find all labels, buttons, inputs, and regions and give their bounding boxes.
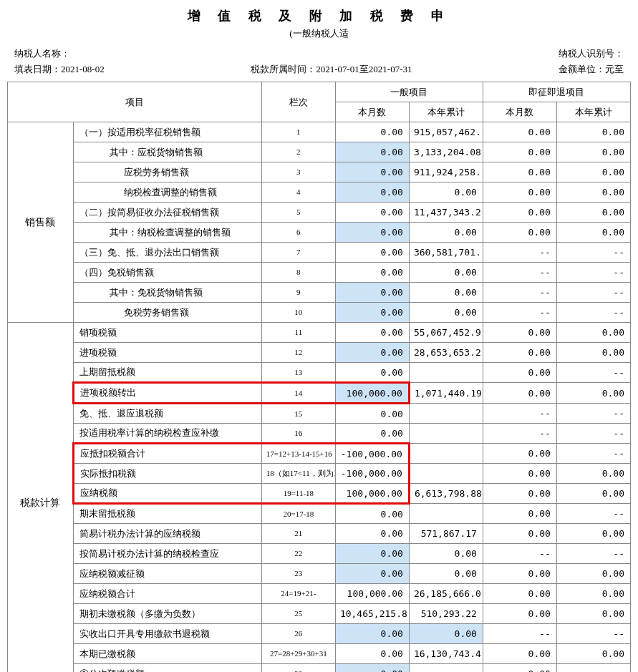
row-item-label: 按适用税率计算的纳税检查应补缴 <box>73 424 261 444</box>
refund-year-value: -- <box>556 363 630 383</box>
row-item-label: 免、抵、退应退税额 <box>73 404 261 424</box>
general-year-value: 510,293.22 <box>409 604 483 624</box>
general-year-value: 11,437,343.2 <box>409 203 483 223</box>
row-item-label: 应纳税额合计 <box>73 584 261 604</box>
row-index: 24=19+21- <box>261 584 335 604</box>
table-row: 实际抵扣税额18（如17<11，则为17，否则-100,000.000.000.… <box>8 464 631 484</box>
general-year-value <box>409 444 483 464</box>
general-month-value[interactable]: 0.00 <box>335 283 409 303</box>
header-refund: 即征即退项目 <box>483 82 630 102</box>
general-month-value[interactable]: 0.00 <box>335 223 409 243</box>
general-month-value[interactable]: 0.00 <box>335 343 409 363</box>
general-year-value <box>409 504 483 524</box>
general-year-value: 360,581,701. <box>409 243 483 263</box>
general-month-value[interactable]: 0.00 <box>335 182 409 203</box>
general-month-value[interactable]: 0.00 <box>335 664 409 673</box>
fill-date: 填表日期：2021-08-02 <box>14 62 105 77</box>
refund-year-value: 0.00 <box>556 182 630 203</box>
refund-month-value: 0.00 <box>483 223 556 243</box>
row-item-label: 进项税额 <box>73 343 261 363</box>
general-year-value: 6,613,798.88 <box>409 484 483 504</box>
refund-month-value: 0.00 <box>483 464 556 484</box>
header-general-year: 本年累计 <box>409 102 483 122</box>
table-row: 进项税额转出14100,000.001,071,440.190.000.00 <box>8 383 631 404</box>
refund-month-value: 0.00 <box>483 323 556 343</box>
refund-year-value: 0.00 <box>556 564 630 584</box>
general-month-value[interactable]: 100,000.00 <box>335 383 409 404</box>
general-month-value[interactable]: 0.00 <box>335 303 409 323</box>
general-month-value: 100,000.00 <box>335 584 409 604</box>
refund-month-value: 0.00 <box>483 504 556 524</box>
refund-year-value: 0.00 <box>556 383 630 404</box>
taxpayer-id-label: 纳税人识别号： <box>559 46 624 62</box>
row-index: 1 <box>261 122 335 142</box>
general-month-value[interactable]: 0.00 <box>335 142 409 162</box>
row-item-label: 其中：免税货物销售额 <box>73 283 261 303</box>
taxpayer-name-label: 纳税人名称： <box>14 46 70 62</box>
general-year-value: 915,057,462. <box>409 122 483 142</box>
row-item-label: 应税劳务销售额 <box>73 162 261 182</box>
refund-year-value: -- <box>556 243 630 263</box>
general-month-value[interactable]: 0.00 <box>335 564 409 584</box>
refund-month-value: -- <box>483 303 556 323</box>
row-index: 2 <box>261 142 335 162</box>
refund-month-value: -- <box>483 544 556 564</box>
refund-year-value: 0.00 <box>556 323 630 343</box>
refund-month-value: 0.00 <box>483 343 556 363</box>
row-index: 9 <box>261 283 335 303</box>
general-year-value <box>409 424 483 444</box>
section-label: 税款计算 <box>8 323 74 673</box>
table-row: 纳税检查调整的销售额40.000.000.000.00 <box>8 182 631 203</box>
refund-year-value: 0.00 <box>556 343 630 363</box>
row-index: 18（如17<11，则为17，否则 <box>261 464 335 484</box>
general-month-value: -100,000.00 <box>335 464 409 484</box>
row-index: 12 <box>261 343 335 363</box>
row-item-label: 纳税检查调整的销售额 <box>73 182 261 203</box>
row-index: 19=11-18 <box>261 484 335 504</box>
general-month-value: 10,465,215.8 <box>335 604 409 624</box>
refund-year-value: 0.00 <box>556 644 630 664</box>
general-year-value: 0.00 <box>409 303 483 323</box>
refund-year-value: -- <box>556 504 630 524</box>
general-month-value: 0.00 <box>335 404 409 424</box>
general-month-value[interactable]: 0.00 <box>335 162 409 182</box>
table-row: 免税劳务销售额100.000.00---- <box>8 303 631 323</box>
general-year-value: 571,867.17 <box>409 524 483 544</box>
row-item-label: 销项税额 <box>73 323 261 343</box>
refund-year-value: 0.00 <box>556 122 630 142</box>
table-row: （二）按简易征收办法征税销售额50.0011,437,343.20.000.00 <box>8 203 631 223</box>
table-row: 进项税额120.0028,653,653.20.000.00 <box>8 343 631 363</box>
table-row: 应纳税额19=11-18100,000.006,613,798.880.000.… <box>8 484 631 504</box>
amount-unit: 金额单位：元至 <box>559 62 624 77</box>
refund-month-value: 0.00 <box>483 203 556 223</box>
table-row: 上期留抵税额130.000.00-- <box>8 363 631 383</box>
refund-month-value: 0.00 <box>483 162 556 182</box>
row-item-label: 应纳税额减征额 <box>73 564 261 584</box>
table-row: （三）免、抵、退办法出口销售额70.00360,581,701.---- <box>8 243 631 263</box>
row-index: 14 <box>261 383 335 404</box>
refund-month-value: -- <box>483 624 556 644</box>
table-row: 按简易计税办法计算的纳税检查应220.000.00---- <box>8 544 631 564</box>
refund-year-value: 0.00 <box>556 584 630 604</box>
general-year-value: 55,067,452.9 <box>409 323 483 343</box>
general-year-value: 0.00 <box>409 263 483 283</box>
refund-month-value: 0.00 <box>483 644 556 664</box>
general-year-value <box>409 404 483 424</box>
general-year-value[interactable]: 0.00 <box>409 624 483 644</box>
general-month-value: 0.00 <box>335 504 409 524</box>
row-item-label: 其中：应税货物销售额 <box>73 142 261 162</box>
row-item-label: 实收出口开具专用缴款书退税额 <box>73 624 261 644</box>
general-month-value[interactable]: 0.00 <box>335 624 409 644</box>
refund-month-value: 0.00 <box>483 444 556 464</box>
refund-year-value: 0.00 <box>556 464 630 484</box>
table-row: 其中：免税货物销售额90.000.00---- <box>8 283 631 303</box>
section-label: 销售额 <box>8 122 74 323</box>
refund-year-value: -- <box>556 404 630 424</box>
row-item-label: （二）按简易征收办法征税销售额 <box>73 203 261 223</box>
general-month-value[interactable]: 0.00 <box>335 544 409 564</box>
general-year-value: 0.00 <box>409 223 483 243</box>
refund-year-value: -- <box>556 544 630 564</box>
refund-month-value: 0.00 <box>483 564 556 584</box>
row-index: 21 <box>261 524 335 544</box>
row-item-label: 按简易计税办法计算的纳税检查应 <box>73 544 261 564</box>
